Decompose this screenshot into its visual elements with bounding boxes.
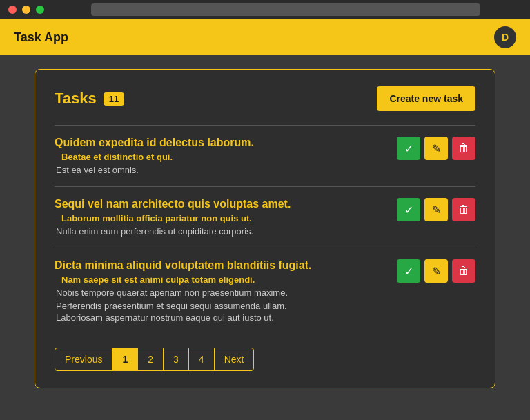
task-content: Sequi vel nam architecto quis voluptas a…: [55, 198, 389, 237]
task-item: Dicta minima aliquid voluptatem blanditi…: [55, 248, 475, 334]
create-task-button[interactable]: Create new task: [377, 86, 475, 111]
task-extra: Laboriosam aspernatur nostrum eaque qui …: [55, 312, 389, 323]
task-description: Nulla enim eum perferendis ut cupiditate…: [55, 226, 389, 237]
trash-icon: 🗑: [458, 203, 469, 216]
task-item-inner: Quidem expedita id delectus laborum. Bea…: [55, 137, 475, 175]
url-bar: [91, 3, 480, 16]
pagination-next[interactable]: Next: [215, 348, 254, 370]
task-complete-button[interactable]: ✓: [397, 259, 420, 283]
pagination-page-3[interactable]: 3: [164, 348, 189, 370]
task-actions: ✓ ✎ 🗑: [397, 137, 475, 160]
trash-icon: 🗑: [458, 265, 469, 277]
edit-icon: ✎: [432, 265, 441, 278]
task-item-inner: Sequi vel nam architecto quis voluptas a…: [55, 198, 475, 237]
task-edit-button[interactable]: ✎: [424, 137, 448, 160]
close-dot[interactable]: [8, 6, 17, 14]
pagination: Previous 1 2 3 4 Next: [55, 348, 254, 371]
task-edit-button[interactable]: ✎: [424, 198, 448, 221]
task-item: Quidem expedita id delectus laborum. Bea…: [55, 125, 475, 186]
trash-icon: 🗑: [458, 142, 469, 154]
edit-icon: ✎: [432, 203, 441, 217]
task-content: Quidem expedita id delectus laborum. Bea…: [55, 137, 389, 175]
task-card: Tasks 11 Create new task Quidem expedita…: [35, 69, 495, 388]
app-title: Task App: [14, 30, 68, 45]
task-delete-button[interactable]: 🗑: [452, 137, 475, 160]
task-subtitle: Nam saepe sit est animi culpa totam elig…: [55, 274, 389, 285]
card-title: Tasks: [55, 90, 97, 108]
task-description-2: Perferendis praesentium et sequi sequi a…: [55, 301, 389, 311]
task-actions: ✓ ✎ 🗑: [397, 198, 475, 221]
task-description: Nobis tempore quaerat aperiam non praese…: [55, 288, 389, 298]
task-item: Sequi vel nam architecto quis voluptas a…: [55, 186, 475, 248]
task-title: Sequi vel nam architecto quis voluptas a…: [55, 198, 389, 210]
task-complete-button[interactable]: ✓: [397, 137, 420, 160]
checkmark-icon: ✓: [404, 265, 413, 278]
task-count-badge: 11: [104, 92, 124, 106]
titlebar: [0, 0, 530, 19]
checkmark-icon: ✓: [404, 142, 413, 155]
main-content: Tasks 11 Create new task Quidem expedita…: [0, 55, 530, 402]
appbar: Task App D: [0, 19, 530, 55]
avatar[interactable]: D: [494, 26, 516, 48]
task-content: Dicta minima aliquid voluptatem blanditi…: [55, 259, 389, 323]
task-subtitle: Beatae et distinctio et qui.: [55, 152, 389, 162]
task-title: Quidem expedita id delectus laborum.: [55, 137, 389, 149]
pagination-page-2[interactable]: 2: [138, 348, 164, 370]
checkmark-icon: ✓: [404, 203, 413, 217]
task-delete-button[interactable]: 🗑: [452, 198, 475, 221]
edit-icon: ✎: [432, 142, 441, 155]
task-subtitle: Laborum mollitia officia pariatur non qu…: [55, 213, 389, 223]
maximize-dot[interactable]: [36, 6, 44, 14]
task-edit-button[interactable]: ✎: [424, 259, 448, 283]
pagination-page-1[interactable]: 1: [112, 348, 138, 370]
card-title-wrap: Tasks 11: [55, 90, 124, 108]
task-title: Dicta minima aliquid voluptatem blanditi…: [55, 259, 389, 272]
task-actions: ✓ ✎ 🗑: [397, 259, 475, 283]
task-delete-button[interactable]: 🗑: [452, 259, 475, 283]
minimize-dot[interactable]: [22, 6, 30, 14]
card-header: Tasks 11 Create new task: [55, 86, 475, 111]
task-complete-button[interactable]: ✓: [397, 198, 420, 221]
pagination-previous[interactable]: Previous: [55, 348, 112, 370]
pagination-page-4[interactable]: 4: [189, 348, 215, 370]
task-item-inner: Dicta minima aliquid voluptatem blanditi…: [55, 259, 475, 323]
task-description: Est ea vel est omnis.: [55, 165, 389, 175]
